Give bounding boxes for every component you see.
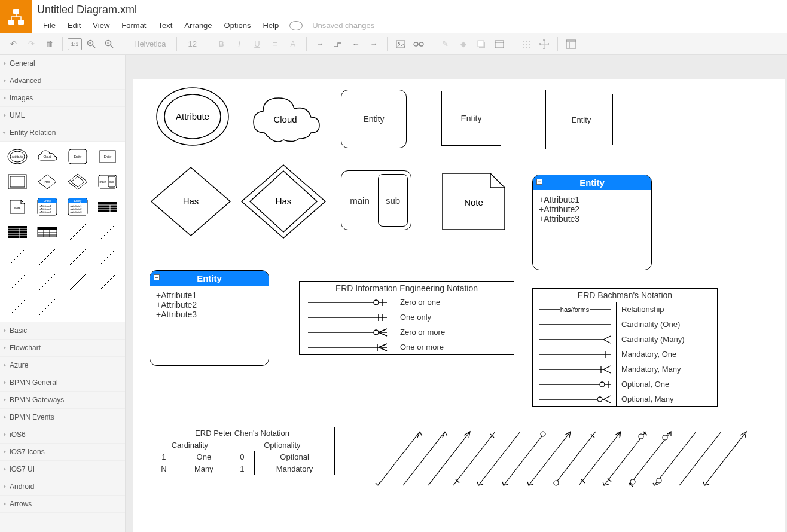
zoom-reset-button[interactable]: 1:1 — [68, 38, 82, 50]
collapse-icon[interactable]: − — [536, 179, 542, 185]
zoom-in-button[interactable] — [83, 36, 100, 53]
image-button[interactable] — [392, 36, 409, 53]
underline-button[interactable]: U — [249, 36, 266, 53]
shape-attribute[interactable]: Attribute — [4, 145, 31, 168]
shape-table-notation1[interactable] — [94, 195, 121, 218]
shape-line10[interactable] — [94, 271, 121, 293]
palette-basic[interactable]: Basic — [0, 322, 125, 340]
shape-line3[interactable] — [4, 246, 31, 268]
shape-line11[interactable] — [4, 296, 31, 319]
delete-button[interactable]: 🗑 — [41, 36, 57, 53]
palette-images[interactable]: Images — [0, 90, 125, 107]
shadow-button[interactable] — [473, 36, 490, 53]
line-color-button[interactable]: ✎ — [437, 36, 454, 53]
palette-entity-relation[interactable]: Entity Relation — [0, 124, 125, 142]
canvas-entity-rounded[interactable]: Entity — [341, 90, 407, 148]
waypoint-button[interactable] — [330, 36, 346, 53]
canvas-chen-notation[interactable]: ERD Peter Chen's Notation CardinalityOpt… — [150, 427, 335, 475]
svg-text:Entity: Entity — [74, 155, 81, 158]
canvas-main-sub[interactable]: main sub — [341, 170, 411, 230]
canvas-ie-notation[interactable]: ERD Information Engineering Notation Zer… — [299, 281, 514, 355]
canvas-note[interactable]: Note — [438, 169, 510, 234]
shape-table-notation2[interactable] — [4, 221, 31, 243]
link-button[interactable] — [410, 36, 427, 53]
shape-entity-blue1[interactable]: Entity+Attribute1+Attribute2+Attribute3 — [33, 195, 61, 218]
canvas-has-diamond[interactable]: Has — [148, 163, 234, 240]
align-button[interactable]: ≡ — [267, 36, 283, 53]
shape-line1[interactable] — [64, 221, 91, 243]
shape-entity-rounded[interactable]: Entity — [64, 145, 91, 168]
shape-entity-blue2[interactable]: Entity+Attribute1+Attribute2+Attribute3 — [64, 195, 91, 218]
shape-line6[interactable] — [94, 246, 121, 268]
grid-dots-button[interactable] — [518, 36, 535, 53]
canvas-bachman-notation[interactable]: ERD Bachman's Notation has/formsRelation… — [532, 288, 718, 407]
shape-line5[interactable] — [64, 246, 91, 268]
italic-button[interactable]: I — [231, 36, 248, 53]
palette-android[interactable]: Android — [0, 478, 125, 496]
menu-edit[interactable]: Edit — [62, 19, 87, 32]
palette-advanced[interactable]: Advanced — [0, 72, 125, 90]
palette-bpmn-gateways[interactable]: BPMN Gateways — [0, 392, 125, 409]
menu-arrange[interactable]: Arrange — [178, 19, 218, 32]
menu-format[interactable]: Format — [115, 19, 152, 32]
font-family-select[interactable]: Helvetica — [128, 39, 172, 48]
canvas-entity-blue-2[interactable]: −Entity +Attribute1 +Attribute2 +Attribu… — [150, 270, 269, 366]
canvas-has-double-diamond[interactable]: Has — [240, 163, 327, 240]
shape-cloud[interactable]: Cloud — [33, 145, 61, 168]
zoom-out-button[interactable] — [101, 36, 118, 53]
font-size-select[interactable]: 12 — [182, 39, 202, 48]
line-start-button[interactable]: ← — [347, 36, 364, 53]
canvas-cloud[interactable]: Cloud — [246, 88, 324, 148]
shape-note[interactable]: Note — [4, 195, 31, 218]
shape-line4[interactable] — [33, 246, 61, 268]
palette-uml[interactable]: UML — [0, 107, 125, 124]
line-end-button[interactable]: → — [365, 36, 382, 53]
shape-has-double-diamond[interactable] — [64, 170, 91, 193]
shape-line9[interactable] — [64, 271, 91, 293]
palette-azure[interactable]: Azure — [0, 357, 125, 374]
shape-line8[interactable] — [33, 271, 61, 293]
collapse-icon[interactable]: − — [154, 274, 160, 280]
shape-weak-entity[interactable] — [4, 170, 31, 193]
menu-view[interactable]: View — [87, 19, 115, 32]
language-icon[interactable] — [289, 21, 303, 30]
palette-ios6[interactable]: iOS6 — [0, 426, 125, 444]
shape-line2[interactable] — [94, 221, 121, 243]
canvas-entity-rect[interactable]: Entity — [441, 91, 501, 146]
palette-arrows[interactable]: Arrows — [0, 496, 125, 513]
shape-has-diamond[interactable]: Has — [33, 170, 61, 193]
layout-button[interactable] — [563, 36, 579, 53]
fill-color-button[interactable]: ◆ — [455, 36, 472, 53]
shape-main-sub[interactable]: mainsub — [94, 170, 121, 193]
menu-file[interactable]: File — [37, 19, 62, 32]
svg-line-125 — [603, 340, 611, 343]
font-color-button[interactable]: A — [285, 36, 301, 53]
shape-line7[interactable] — [4, 271, 31, 293]
canvas[interactable]: Attribute Cloud Entity Entity Entity Has… — [133, 79, 785, 532]
shape-sidebar[interactable]: General Advanced Images UML Entity Relat… — [0, 55, 126, 532]
canvas-attribute[interactable]: Attribute — [154, 84, 231, 149]
palette-ios7-icons[interactable]: iOS7 Icons — [0, 444, 125, 461]
canvas-wrap[interactable]: Attribute Cloud Entity Entity Entity Has… — [126, 55, 787, 532]
document-title[interactable]: Untitled Diagram.xml — [37, 2, 380, 19]
menu-text[interactable]: Text — [152, 19, 178, 32]
redo-button[interactable]: ↷ — [23, 36, 39, 53]
shape-entity-rect[interactable]: Entity — [94, 145, 121, 168]
palette-bpmn-events[interactable]: BPMN Events — [0, 409, 125, 426]
shape-line12[interactable] — [33, 296, 61, 319]
app-logo[interactable] — [0, 0, 32, 33]
guides-button[interactable] — [536, 36, 553, 53]
palette-ios7-ui[interactable]: iOS7 UI — [0, 461, 125, 478]
palette-bpmn-general[interactable]: BPMN General — [0, 374, 125, 392]
palette-general[interactable]: General — [0, 55, 125, 72]
canvas-entity-blue-1[interactable]: −Entity +Attribute1 +Attribute2 +Attribu… — [532, 175, 652, 270]
connection-button[interactable]: → — [312, 36, 328, 53]
shape-table-notation3[interactable] — [33, 221, 61, 243]
canvas-weak-entity[interactable]: Entity — [545, 90, 617, 149]
menu-options[interactable]: Options — [218, 19, 257, 32]
bold-button[interactable]: B — [213, 36, 230, 53]
menu-help[interactable]: Help — [257, 19, 285, 32]
palette-flowchart[interactable]: Flowchart — [0, 340, 125, 357]
undo-button[interactable]: ↶ — [5, 36, 22, 53]
container-button[interactable] — [491, 36, 508, 53]
